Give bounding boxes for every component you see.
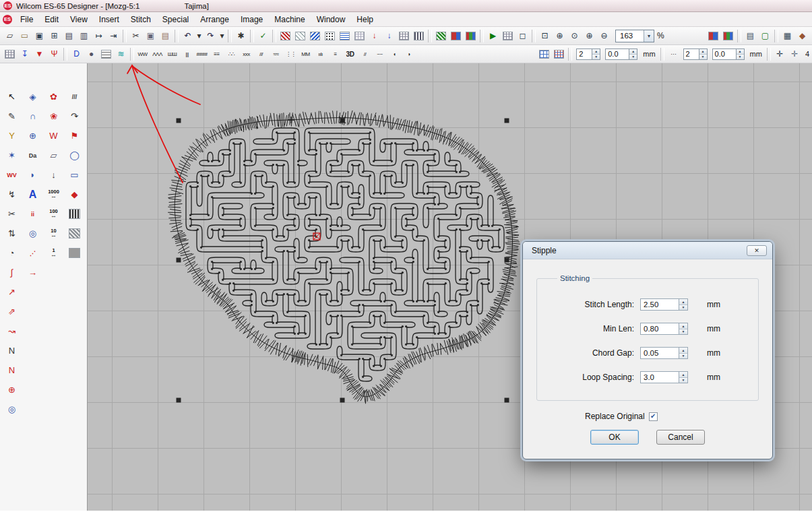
zoom-tool-icon[interactable]: ⊕	[553, 29, 567, 42]
flag-tool[interactable]: ⚑	[65, 127, 84, 145]
zoom-1to1-icon[interactable]: ⊙	[567, 29, 582, 42]
menu-stitch[interactable]: Stitch	[125, 13, 156, 26]
cancel-button[interactable]: Cancel	[656, 430, 705, 445]
open-design-icon[interactable]: ▭	[18, 29, 32, 42]
show-grid-icon[interactable]	[501, 29, 515, 42]
design-window-icon[interactable]	[3, 47, 17, 61]
dotted-arrow-tool[interactable]: →	[23, 263, 42, 282]
auto-spacing-icon[interactable]	[537, 47, 551, 61]
dotted-red-tool[interactable]: ⋰	[23, 244, 42, 262]
print-preview-icon[interactable]: ▥	[77, 29, 91, 42]
loop-spacing-input[interactable]: 3.0	[640, 371, 679, 383]
copy-icon[interactable]: ▣	[144, 29, 158, 42]
menu-insert[interactable]: Insert	[94, 13, 125, 26]
spacing-a-input[interactable]: 0.0 ▲▼	[605, 49, 637, 60]
min-len-spinner[interactable]: ▲▼	[679, 323, 688, 335]
replace-original-checkbox[interactable]: ✔	[649, 412, 658, 421]
block-swatch-tool[interactable]	[65, 244, 84, 262]
applique-icon[interactable]	[352, 29, 367, 42]
lettering-tool[interactable]: A	[23, 185, 42, 203]
spacing-a-spinner[interactable]: ▲▼	[629, 49, 637, 60]
zoom-box-icon[interactable]: ⊡	[538, 29, 552, 42]
rectangle-tool[interactable]: ▭	[65, 166, 84, 184]
redo-icon[interactable]: ↷	[204, 29, 218, 42]
manual-spacing-icon[interactable]	[552, 47, 566, 61]
dome-solid-tool[interactable]: ◗	[23, 166, 42, 184]
program-split-icon[interactable]: ≡≡	[210, 47, 224, 61]
send-to-machine-icon[interactable]: ⇥	[106, 29, 121, 42]
auto-digitize-icon[interactable]: ✓	[256, 29, 270, 42]
exit-point-tool[interactable]: ◎	[2, 400, 22, 418]
travel-1-tool[interactable]: 1↔	[44, 244, 63, 262]
cut-icon[interactable]: ✂	[129, 29, 143, 42]
zigzag-red-tool[interactable]: WV	[2, 166, 22, 184]
zoom-combo[interactable]: 163 ▾	[615, 30, 654, 42]
insert-symbol-icon[interactable]: ✱	[234, 29, 248, 42]
freehand-tool[interactable]: ✎	[2, 107, 22, 125]
pair-figures-tool[interactable]: ii	[23, 205, 42, 223]
new-design-icon[interactable]: ▱	[3, 29, 17, 42]
penetration-mark-icon[interactable]: ▼	[32, 47, 46, 61]
fur-effect-icon[interactable]: //	[358, 47, 372, 61]
3d-warp-icon[interactable]: 3D	[343, 47, 357, 61]
digitize-closed-icon[interactable]: ●	[84, 47, 98, 61]
contour-fill-icon[interactable]	[338, 29, 352, 42]
travel-100-tool[interactable]: 100↔	[44, 205, 63, 223]
stitch-angle-tool-2[interactable]: ⇗	[2, 302, 22, 321]
paste-icon[interactable]: ▤	[158, 29, 173, 42]
ribbon-tool[interactable]: ∫	[2, 263, 22, 282]
document-icon[interactable]: ES	[3, 15, 12, 24]
stitch-edit-tool[interactable]: ↯	[2, 185, 22, 203]
color-film-icon[interactable]	[449, 29, 463, 42]
zoom-out-icon[interactable]: ⊖	[597, 29, 611, 42]
tatami-icon[interactable]: ####	[195, 47, 209, 61]
stitch-table-icon[interactable]	[397, 29, 411, 42]
flower-small-tool[interactable]: ✿	[44, 88, 63, 106]
zoom-dropdown-icon[interactable]: ▾	[644, 30, 654, 42]
entry-point-tool[interactable]: ⊕	[2, 381, 22, 399]
scissors-tool[interactable]: ✂	[2, 205, 22, 223]
insert-design-icon[interactable]: ⊞	[47, 29, 61, 42]
outline-small-tool[interactable]: ▱	[44, 146, 63, 164]
branch-tool[interactable]: Y	[2, 127, 22, 145]
stipple-run-icon[interactable]	[99, 47, 113, 61]
run-lines-icon[interactable]: |||	[180, 47, 194, 61]
arc-tool[interactable]: ↷	[65, 107, 84, 125]
e-stitch-icon[interactable]: ШШ	[165, 47, 179, 61]
offset-count-input[interactable]: 2 ▲▼	[683, 49, 708, 60]
stem-stitch-icon[interactable]: ıılı	[313, 47, 327, 61]
spacing-b-spinner[interactable]: ▲▼	[737, 49, 745, 60]
export-machine-file-icon[interactable]: ↦	[92, 29, 106, 42]
dialog-close-button[interactable]: ✕	[747, 245, 767, 256]
polyline-red-tool[interactable]: N	[2, 361, 22, 379]
design-rgb-icon[interactable]	[721, 29, 735, 42]
contour-lines-icon[interactable]: ⋮⋮	[284, 47, 298, 61]
disc-left-icon[interactable]: ◖	[387, 47, 402, 61]
menu-image[interactable]: Image	[235, 13, 268, 26]
menu-edit[interactable]: Edit	[39, 13, 64, 26]
menu-arrange[interactable]: Arrange	[195, 13, 235, 26]
motif-dots-icon[interactable]: ∴∴	[224, 47, 239, 61]
applique-shoe-tool[interactable]: ◆	[65, 185, 84, 203]
undo-icon[interactable]: ↶	[181, 29, 195, 42]
object-properties-icon[interactable]: ▦	[780, 29, 794, 42]
effects-icon[interactable]: ◆	[795, 29, 809, 42]
ladder-icon[interactable]: ≡	[328, 47, 342, 61]
needle-point-icon[interactable]: ↧	[18, 47, 32, 61]
polyline-tool[interactable]: N	[2, 342, 22, 360]
stitch-angle-tool-1[interactable]: ↗	[2, 283, 22, 301]
min-len-input[interactable]: 0.80	[640, 323, 679, 335]
center-design-icon[interactable]: ✛	[788, 47, 802, 61]
stipple-outline-icon[interactable]: ≋	[114, 47, 128, 61]
dome-tool[interactable]: ∩	[23, 107, 42, 125]
zigzag-tool[interactable]: W	[44, 127, 63, 145]
menu-file[interactable]: File	[15, 13, 38, 26]
menu-machine[interactable]: Machine	[269, 13, 310, 26]
satin-columns-icon[interactable]: WW	[135, 47, 150, 61]
title-bar[interactable]: ES Wilcom ES-65 Designer - [Mozg-5:1 Taj…	[0, 0, 812, 12]
tatami-fill-icon[interactable]	[308, 29, 322, 42]
overview-window-icon[interactable]	[434, 29, 448, 42]
motif-fill-icon[interactable]	[323, 29, 337, 42]
dialog-title-bar[interactable]: Stipple ✕	[523, 242, 772, 259]
reshape-tool[interactable]: ◈	[23, 88, 42, 106]
